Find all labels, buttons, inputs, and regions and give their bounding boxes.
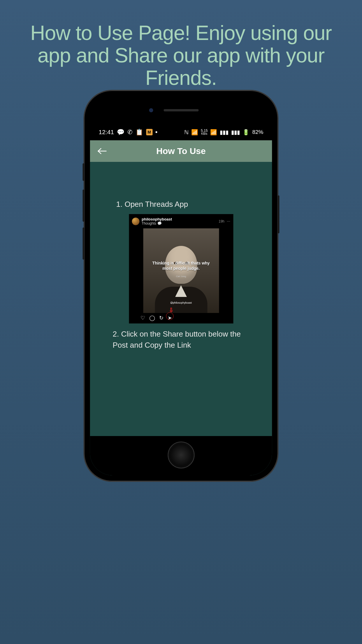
- comment-icon[interactable]: ◯: [149, 315, 155, 321]
- volte-icon: 📶: [191, 129, 198, 136]
- signal-icon-1: ▮▮▮: [220, 129, 229, 136]
- net-speed-unit: KB/s: [201, 132, 207, 135]
- battery-percent: 82%: [252, 129, 263, 135]
- phone-speaker: [164, 109, 198, 111]
- avatar: [132, 218, 139, 225]
- highlight-circle-icon: [166, 312, 173, 320]
- whatsapp-icon: ✆: [127, 129, 133, 136]
- more-notifications-dot: [155, 131, 157, 133]
- step-1-title: 1. Open Threads App: [116, 200, 246, 209]
- threads-subtitle: Thoughts: [142, 221, 156, 225]
- home-button[interactable]: [168, 442, 194, 468]
- threads-post-mock: philosophyboast Thoughts 💬 19h ⋯: [129, 214, 233, 323]
- app-bar-title: How To Use: [90, 146, 272, 156]
- chat-icon: 💬: [117, 129, 124, 136]
- step-2-title: 2. Click on the Share button below the P…: [113, 329, 249, 351]
- repost-icon[interactable]: ↻: [159, 315, 164, 321]
- mute-switch: [83, 163, 85, 181]
- quote-handle: @philosophyboast: [143, 301, 219, 304]
- like-icon[interactable]: ♡: [140, 315, 145, 321]
- power-button: [278, 195, 280, 233]
- phone-notch: [90, 96, 272, 124]
- chat-bubble-icon: 💬: [157, 221, 162, 225]
- post-image: Thinking is difficult thats why most peo…: [143, 228, 219, 313]
- volume-up-button: [83, 190, 85, 222]
- front-camera: [149, 108, 153, 112]
- app-content: 1. Open Threads App philosophyboast Thou…: [90, 162, 272, 475]
- nfc-icon: ℕ: [184, 129, 189, 136]
- signal-icon-2: ▮▮▮: [231, 129, 240, 136]
- app-bar: How To Use: [90, 140, 272, 162]
- battery-icon: 🔋: [242, 129, 249, 136]
- back-button[interactable]: [98, 148, 108, 155]
- app-badge-icon: M: [146, 129, 152, 135]
- hero-text: How to Use Page! Enjoy using our app and…: [0, 0, 362, 89]
- quote-author: Carl Jung: [143, 275, 219, 278]
- volume-down-button: [83, 228, 85, 260]
- wifi-icon: 📶: [210, 129, 217, 136]
- status-bar: 12:41 💬 ✆ 📋 M ℕ 📶 5.15 KB/s 📶 ▮▮▮: [90, 124, 272, 140]
- clipboard-icon: 📋: [136, 129, 143, 136]
- more-icon[interactable]: ⋯: [227, 219, 230, 223]
- phone-frame: 12:41 💬 ✆ 📋 M ℕ 📶 5.15 KB/s 📶 ▮▮▮: [84, 90, 278, 481]
- phone-chin: [90, 436, 272, 475]
- post-age: 19h: [219, 219, 224, 223]
- threads-username: philosophyboast: [142, 217, 172, 221]
- quote-text: Thinking is difficult thats why most peo…: [143, 260, 219, 271]
- clock-text: 12:41: [99, 129, 114, 136]
